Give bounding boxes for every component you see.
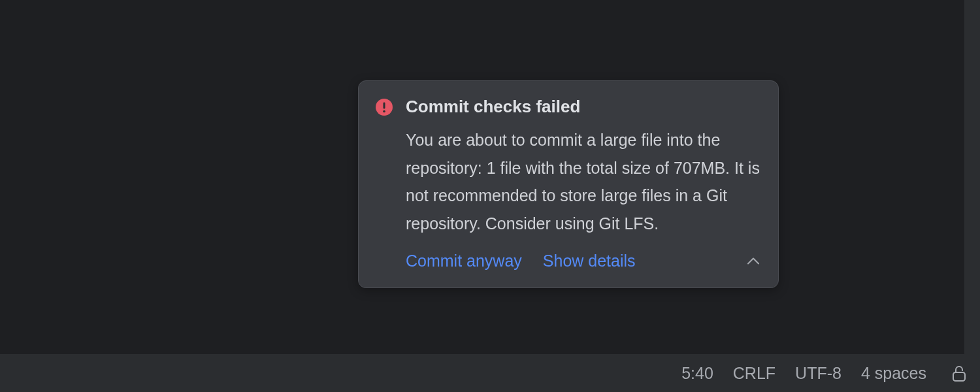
line-separator[interactable]: CRLF	[733, 364, 776, 383]
indent-setting[interactable]: 4 spaces	[861, 364, 926, 383]
svg-point-2	[383, 110, 385, 113]
status-bar: 5:40 CRLF UTF-8 4 spaces	[0, 354, 980, 392]
notification-body: You are about to commit a large file int…	[406, 126, 761, 237]
notification-popup: Commit checks failed You are about to co…	[358, 80, 779, 288]
vertical-scrollbar[interactable]	[964, 0, 980, 354]
svg-rect-3	[953, 372, 965, 381]
chevron-up-icon[interactable]	[745, 253, 761, 269]
commit-anyway-link[interactable]: Commit anyway	[406, 252, 522, 270]
error-icon	[376, 99, 393, 116]
file-encoding[interactable]: UTF-8	[795, 364, 841, 383]
notification-title: Commit checks failed	[406, 97, 761, 117]
cursor-position[interactable]: 5:40	[681, 364, 713, 383]
svg-rect-1	[384, 103, 385, 109]
lock-icon[interactable]	[951, 365, 967, 382]
show-details-link[interactable]: Show details	[543, 252, 636, 270]
